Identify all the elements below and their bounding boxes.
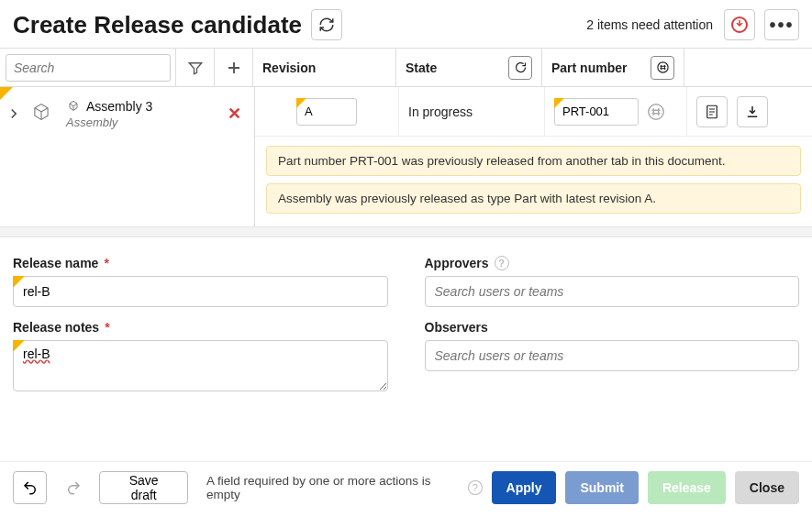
ellipsis-icon: •••	[769, 15, 794, 36]
more-menu-button[interactable]: •••	[764, 9, 799, 40]
tree-item[interactable]: Assembly 3 Assembly ✕	[0, 87, 254, 139]
content-area: Assembly 3 Assembly ✕ In progress	[0, 87, 812, 226]
plus-icon	[226, 60, 242, 76]
tree-item-subtitle: Assembly	[66, 116, 228, 129]
add-button[interactable]	[214, 49, 252, 86]
warning-banner: Part number PRT-001 was previously relea…	[266, 146, 801, 176]
undo-button[interactable]	[13, 471, 47, 504]
undo-icon	[22, 479, 39, 496]
assembly-icon	[26, 96, 57, 130]
approvers-input[interactable]	[425, 276, 800, 307]
part-number-generate-button[interactable]	[651, 56, 674, 80]
release-notes-label: Release notes*	[13, 320, 388, 335]
release-button: Release	[648, 471, 726, 504]
approvers-label: Approvers ?	[425, 256, 800, 270]
close-button[interactable]: Close	[735, 471, 799, 504]
submit-button: Submit	[565, 471, 638, 504]
release-notes-textarea[interactable]	[13, 340, 388, 391]
hash-icon	[656, 60, 670, 74]
hash-icon[interactable]	[646, 102, 666, 122]
search-input[interactable]	[6, 54, 171, 82]
item-tree-panel: Assembly 3 Assembly ✕	[0, 87, 255, 226]
release-name-label: Release name*	[13, 256, 388, 270]
attention-text: 2 items need attention	[586, 17, 713, 32]
filter-icon	[187, 60, 204, 76]
column-header-part-number: Part number	[541, 49, 684, 86]
svg-point-0	[657, 62, 667, 72]
footer: Save draft A field required by one or mo…	[0, 461, 812, 517]
alert-icon	[731, 16, 748, 33]
svg-point-1	[649, 104, 664, 119]
observers-input[interactable]	[425, 340, 800, 371]
cycle-icon	[514, 60, 528, 74]
attention-indicator-button[interactable]	[724, 9, 755, 40]
observers-label: Observers	[425, 320, 800, 335]
help-icon[interactable]: ?	[468, 480, 483, 495]
column-header-actions	[684, 49, 812, 86]
chevron-right-icon	[6, 105, 22, 122]
details-button[interactable]	[696, 96, 728, 127]
help-icon[interactable]: ?	[495, 256, 509, 270]
warning-banner: Assembly was previously released as type…	[266, 183, 801, 214]
download-button[interactable]	[737, 96, 768, 127]
tree-item-title: Assembly 3	[66, 98, 228, 116]
validation-message: A field required by one or more actions …	[206, 474, 483, 501]
right-panel: In progress Part number PRT-001 was prev…	[255, 87, 812, 226]
mini-assembly-icon	[66, 98, 81, 116]
revision-input[interactable]	[296, 98, 357, 126]
data-row: In progress	[255, 87, 812, 137]
release-name-input[interactable]	[13, 276, 388, 307]
column-header-state: State	[395, 49, 541, 86]
form-area: Release name* Release notes* Approvers ?…	[0, 237, 812, 403]
state-cell: In progress	[398, 87, 544, 136]
apply-button[interactable]: Apply	[492, 471, 557, 504]
filter-button[interactable]	[175, 49, 214, 86]
toolbar: Revision State Part number	[0, 49, 812, 87]
refresh-button[interactable]	[311, 9, 342, 40]
section-divider	[0, 226, 812, 237]
redo-button	[56, 471, 90, 504]
document-icon	[704, 104, 720, 120]
refresh-state-button[interactable]	[508, 56, 532, 80]
part-number-input[interactable]	[554, 98, 639, 126]
column-header-revision: Revision	[252, 49, 395, 86]
download-icon	[744, 104, 761, 120]
redo-icon	[65, 479, 82, 496]
remove-item-button[interactable]: ✕	[228, 104, 247, 124]
expand-toggle[interactable]	[6, 105, 22, 122]
warnings-area: Part number PRT-001 was previously relea…	[255, 137, 812, 226]
modified-indicator-icon	[0, 87, 13, 100]
save-draft-button[interactable]: Save draft	[99, 471, 187, 504]
page-title: Create Release candidate	[13, 11, 302, 39]
title-bar: Create Release candidate 2 items need at…	[0, 0, 812, 48]
